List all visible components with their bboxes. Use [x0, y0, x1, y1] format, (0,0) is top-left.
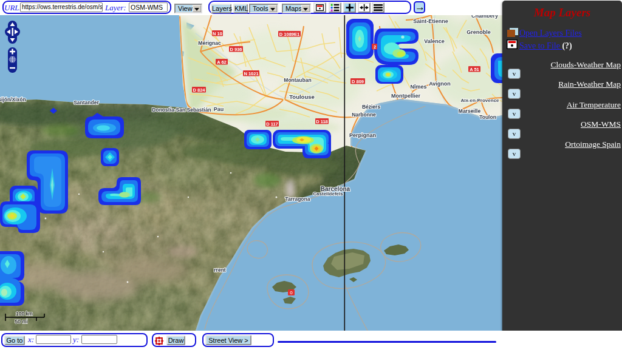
svg-text:50 mi: 50 mi: [15, 318, 28, 325]
svg-text:D 824: D 824: [193, 87, 205, 93]
svg-text:Montpellier: Montpellier: [391, 93, 420, 99]
svg-text:D 936: D 936: [230, 47, 242, 52]
svg-text:A 62: A 62: [217, 59, 227, 65]
svg-text:Mérignac: Mérignac: [198, 40, 221, 46]
svg-text:rrent: rrent: [214, 267, 226, 273]
svg-text:Grenoble: Grenoble: [466, 29, 491, 35]
svg-text:Pau: Pau: [214, 106, 224, 112]
svg-text:Toulon: Toulon: [479, 114, 496, 120]
svg-text:Nîmes: Nîmes: [410, 84, 426, 90]
svg-text:Perpignan: Perpignan: [349, 132, 376, 138]
svg-text:D 1089E1: D 1089E1: [279, 32, 299, 37]
svg-text:Valence: Valence: [424, 38, 445, 44]
svg-text:D 809: D 809: [352, 79, 364, 84]
svg-text:Donostia-San Sebastián: Donostia-San Sebastián: [152, 107, 211, 113]
svg-text:D 117: D 117: [266, 121, 278, 127]
svg-text:Avignon: Avignon: [429, 81, 451, 87]
svg-text:A 51: A 51: [470, 67, 479, 72]
svg-text:0: 0: [290, 290, 293, 295]
svg-text:D 118: D 118: [316, 119, 328, 124]
svg-text:Castelldefels: Castelldefels: [313, 191, 343, 197]
svg-text:Marseille: Marseille: [459, 108, 481, 114]
svg-text:Santander: Santander: [73, 99, 99, 106]
svg-text:Gijón/Xixón: Gijón/Xixón: [0, 96, 26, 103]
svg-text:Aix-en-Provence: Aix-en-Provence: [460, 98, 499, 103]
svg-text:Toulouse: Toulouse: [289, 93, 315, 100]
svg-text:N 1021: N 1021: [244, 71, 258, 76]
svg-text:Béziers: Béziers: [362, 104, 381, 110]
svg-text:N 10: N 10: [213, 31, 222, 36]
svg-text:100 km: 100 km: [16, 311, 33, 317]
svg-text:Chambéry: Chambéry: [471, 15, 498, 19]
svg-text:Narbonne: Narbonne: [352, 112, 376, 118]
svg-text:Saint-Etienne: Saint-Etienne: [413, 18, 448, 24]
svg-text:Tarragona: Tarragona: [285, 196, 310, 202]
svg-text:Montauban: Montauban: [284, 77, 311, 83]
svg-text:2: 2: [374, 44, 376, 50]
